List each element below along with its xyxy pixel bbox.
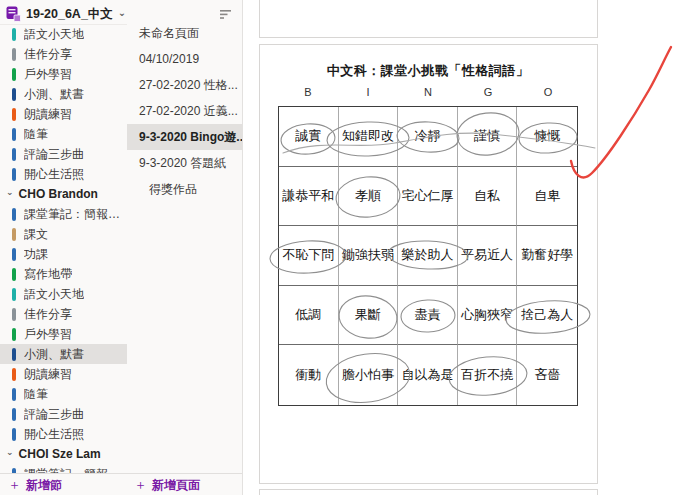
section-label: 語文小天地 [24,286,84,303]
bingo-cell: 鋤強扶弱 [339,226,399,286]
bingo-cell: 衝動 [279,345,339,405]
section-label: 佳作分享 [24,306,72,323]
section-color-bar [12,208,16,221]
page-title: 9-3-2020 Bingo遊... [139,129,246,146]
section-label: 隨筆 [24,126,48,143]
bingo-cell: 自以為是 [398,345,458,405]
sidebar-item-biji-choi[interactable]: 課堂筆記、簡報、 [0,464,127,473]
page-item-datizhi[interactable]: 9-3-2020 答題紙 [127,150,242,176]
section-label: 朗讀練習 [24,106,72,123]
page-canvas[interactable]: 中文科：課堂小挑戰「性格詞語」 B I N G O 誠實 知錯即改 冷靜 謹慎 … [242,0,697,495]
panes-footer: ＋ 新增節 ＋ 新增頁面 [0,473,242,495]
bingo-cell: 勤奮好學 [517,226,577,286]
sidebar-item-xiezuo-cho[interactable]: 寫作地帶 [0,264,127,284]
bingo-letter: I [338,86,398,98]
section-label: 課文 [24,226,48,243]
bingo-cell: 低調 [279,286,339,346]
sidebar-item-jiazuo-1[interactable]: 佳作分享 [0,44,127,64]
bingo-header-row: B I N G O [278,86,578,98]
section-label: 小測、默書 [24,346,84,363]
sidebar-item-xiaoce-cho-selected[interactable]: 小測、默書 [0,344,127,364]
sidebar-item-langdu-1[interactable]: 朗讀練習 [0,104,127,124]
content-outline-bottom[interactable] [259,489,598,495]
sidebar-item-huwai-cho[interactable]: 戶外學習 [0,324,127,344]
notebook-title: 19-20_6A_中文 [26,6,113,23]
chevron-down-icon: ⌄ [6,187,14,197]
bingo-cell: 心胸狹窄 [458,286,518,346]
add-page-label: 新增頁面 [152,477,200,494]
bingo-letter: O [518,86,578,98]
section-color-bar [12,88,16,101]
page-item-27-02-xingge[interactable]: 27-02-2020 性格... [127,72,242,98]
section-label: 寫作地帶 [24,266,72,283]
sidebar-item-kewen-cho[interactable]: 課文 [0,224,127,244]
sort-pages-icon[interactable] [219,9,232,20]
section-color-bar [12,368,16,381]
sidebar-item-suibi-1[interactable]: 隨筆 [0,124,127,144]
bingo-letter: B [278,86,338,98]
page-title: 27-02-2020 性格... [139,77,238,94]
section-color-bar [12,68,16,81]
section-group-choi-sze-lam[interactable]: ⌄CHOI Sze Lam [0,444,127,464]
section-label: 功課 [24,246,48,263]
page-title: 得獎作品 [149,181,197,198]
section-color-bar [12,428,16,441]
bingo-cell: 吝嗇 [517,345,577,405]
bingo-cell: 誠實 [279,107,339,167]
group-label: CHOI Sze Lam [19,447,101,461]
bingo-cell: 百折不撓 [458,345,518,405]
section-label: 小測、默書 [24,86,84,103]
sidebar-item-xiaoce-1[interactable]: 小測、默書 [0,84,127,104]
bingo-cell: 膽小怕事 [339,345,399,405]
bingo-letter: G [458,86,518,98]
add-page-button[interactable]: ＋ 新增頁面 [134,474,200,495]
sidebar-item-gongke-cho[interactable]: 功課 [0,244,127,264]
sidebar-item-pinglun-1[interactable]: 評論三步曲 [0,144,127,164]
page-item-04-10-2019[interactable]: 04/10/2019 [127,46,242,72]
plus-icon: ＋ [8,476,21,494]
page-item-27-02-jinyi[interactable]: 27-02-2020 近義... [127,98,242,124]
sidebar-item-kaixin-cho[interactable]: 開心生活照 [0,424,127,444]
sidebar-item-suibi-cho[interactable]: 隨筆 [0,384,127,404]
section-group-cho-brandon[interactable]: ⌄CHO Brandon [0,184,127,204]
page-title: 04/10/2019 [139,52,199,66]
section-color-bar [12,328,16,341]
section-label: 戶外學習 [24,66,72,83]
sidebar-item-jiazuo-cho[interactable]: 佳作分享 [0,304,127,324]
section-color-bar [12,388,16,401]
sidebar-item-yuwen-cho[interactable]: 語文小天地 [0,284,127,304]
sidebar-item-kaixin-1[interactable]: 開心生活照 [0,164,127,184]
sidebar-item-yuwen-1[interactable]: 語文小天地 [0,24,127,44]
sidebar-item-huwai-1[interactable]: 戶外學習 [0,64,127,84]
bingo-cell: 不恥下問 [279,226,339,286]
section-color-bar [12,128,16,141]
bingo-cell: 知錯即改 [339,107,399,167]
worksheet-title: 中文科：課堂小挑戰「性格詞語」 [278,62,578,80]
chevron-down-icon: ⌄ [6,447,14,457]
section-label: 評論三步曲 [24,146,84,163]
sidebar-item-langdu-cho[interactable]: 朗讀練習 [0,364,127,384]
section-color-bar [12,308,16,321]
page-item-dejiang-subpage[interactable]: 得獎作品 [127,176,242,202]
page-title: 9-3-2020 答題紙 [139,155,226,172]
add-section-button[interactable]: ＋ 新增節 [8,474,62,495]
page-list: 未命名頁面 04/10/2019 27-02-2020 性格... 27-02-… [127,20,242,202]
add-section-label: 新增節 [26,477,62,494]
sidebar-item-biji-cho[interactable]: 課堂筆記：簡報、... [0,204,127,224]
page-item-untitled[interactable]: 未命名頁面 [127,20,242,46]
bingo-cell: 自卑 [517,167,577,227]
section-label: 朗讀練習 [24,366,72,383]
bingo-cell: 謹慎 [458,107,518,167]
section-label: 隨筆 [24,386,48,403]
section-label: 戶外學習 [24,326,72,343]
bingo-cell: 自私 [458,167,518,227]
section-label: 評論三步曲 [24,406,84,423]
sidebar-item-pinglun-cho[interactable]: 評論三步曲 [0,404,127,424]
plus-icon: ＋ [134,476,147,494]
section-color-bar [12,228,16,241]
page-item-bingo-selected[interactable]: 9-3-2020 Bingo遊... [127,124,242,150]
notebook-switcher[interactable]: 19-20_6A_中文 ⌄ [6,5,126,23]
content-outline-empty[interactable] [259,0,598,38]
bingo-cell: 平易近人 [458,226,518,286]
section-color-bar [12,148,16,161]
